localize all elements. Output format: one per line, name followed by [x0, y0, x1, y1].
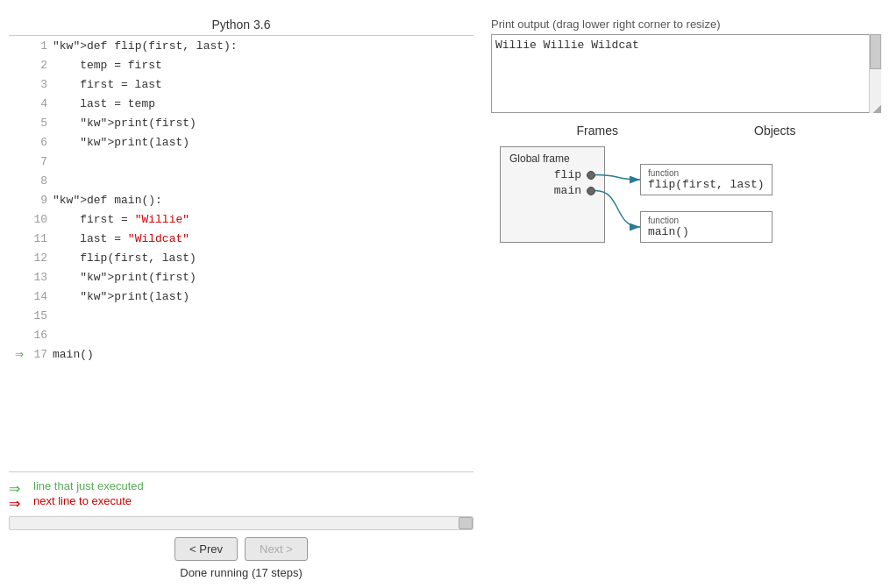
- code-line-17: ⇒17main(): [9, 344, 473, 364]
- print-output-label: Print output (drag lower right corner to…: [491, 18, 881, 31]
- code-line-14: 14 "kw">print(last): [9, 287, 473, 306]
- legend: line that just executed next line to exe…: [9, 479, 473, 509]
- code-line-15: 15: [9, 306, 473, 325]
- code-line-2: 2 temp = first: [9, 55, 473, 74]
- legend-green-label: line that just executed: [33, 479, 144, 492]
- object-main: function main(): [640, 211, 773, 243]
- button-row: < Prev Next >: [174, 537, 308, 561]
- visualization-wrapper: Global frame flip main function: [491, 146, 881, 260]
- line-num-16: 16: [28, 329, 53, 342]
- frames-objects-header: Frames Objects: [491, 124, 881, 138]
- code-line-7: 7: [9, 152, 473, 171]
- horizontal-scrollbar[interactable]: [9, 516, 473, 530]
- line-code-12: flip(first, last): [53, 251, 196, 265]
- main-label: main: [554, 184, 581, 197]
- line-num-8: 8: [28, 174, 53, 188]
- line-code-14: "kw">print(last): [53, 290, 189, 303]
- panel-title: Python 3.6: [9, 18, 473, 32]
- code-line-1: 1"kw">def flip(first, last):: [9, 36, 473, 55]
- line-code-4: last = temp: [53, 97, 155, 110]
- line-num-1: 1: [28, 39, 53, 53]
- frames-objects: Frames Objects Global frame flip main: [491, 124, 881, 260]
- flip-dot: [587, 171, 595, 180]
- code-area: 1"kw">def flip(first, last):2 temp = fir…: [9, 35, 473, 472]
- object-main-type: function: [648, 216, 765, 225]
- flip-label: flip: [554, 168, 581, 181]
- code-line-12: 12 flip(first, last): [9, 248, 473, 267]
- print-output-wrapper: Willie Willie Wildcat: [491, 34, 881, 113]
- line-code-13: "kw">print(first): [53, 271, 196, 284]
- objects-label: Objects: [754, 124, 795, 138]
- left-panel: Python 3.6 1"kw">def flip(first, last):2…: [0, 9, 482, 579]
- line-code-5: "kw">print(first): [53, 117, 196, 130]
- frame-row-flip: flip: [509, 168, 595, 181]
- code-line-10: 10 first = "Willie": [9, 209, 473, 229]
- object-flip-value: flip(first, last): [648, 178, 765, 191]
- line-code-6: "kw">print(last): [53, 136, 189, 149]
- object-flip: function flip(first, last): [640, 164, 773, 195]
- code-line-8: 8: [9, 171, 473, 190]
- objects-col: function flip(first, last) function main…: [640, 146, 773, 243]
- global-frame-title: Global frame: [509, 152, 595, 165]
- line-num-9: 9: [28, 194, 53, 207]
- frames-label: Frames: [577, 124, 618, 138]
- resize-handle[interactable]: [872, 104, 881, 113]
- code-line-16: 16: [9, 325, 473, 344]
- object-flip-type: function: [648, 168, 765, 178]
- line-num-6: 6: [28, 136, 53, 149]
- line-num-7: 7: [28, 155, 53, 168]
- code-line-13: 13 "kw">print(first): [9, 267, 473, 287]
- green-arrow-icon: [9, 480, 28, 492]
- line-num-3: 3: [28, 78, 53, 91]
- line-code-3: first = last: [53, 78, 162, 91]
- line-code-1: "kw">def flip(first, last):: [53, 39, 238, 53]
- line-arrow-17: ⇒: [11, 345, 28, 363]
- frame-row-main: main: [509, 184, 595, 197]
- scrollbar-thumb[interactable]: [459, 517, 473, 529]
- line-num-13: 13: [28, 271, 53, 284]
- visualization-area: Global frame flip main function: [491, 146, 881, 243]
- prev-button[interactable]: < Prev: [174, 537, 238, 561]
- red-arrow-icon: [9, 495, 28, 507]
- line-num-2: 2: [28, 59, 53, 72]
- global-frame-box: Global frame flip main: [500, 146, 605, 243]
- vertical-scrollbar[interactable]: [869, 34, 881, 113]
- line-num-14: 14: [28, 290, 53, 303]
- line-num-10: 10: [28, 213, 53, 226]
- legend-red-label: next line to execute: [33, 494, 132, 507]
- line-code-10: first = "Willie": [53, 213, 189, 226]
- line-code-9: "kw">def main():: [53, 194, 162, 207]
- line-num-12: 12: [28, 251, 53, 265]
- object-main-value: main(): [648, 225, 765, 238]
- line-code-11: last = "Wildcat": [53, 232, 189, 245]
- line-code-2: temp = first: [53, 59, 162, 72]
- code-line-4: 4 last = temp: [9, 94, 473, 113]
- next-button[interactable]: Next >: [245, 537, 308, 561]
- code-line-11: 11 last = "Wildcat": [9, 229, 473, 248]
- done-text: Done running (17 steps): [180, 566, 302, 579]
- line-num-11: 11: [28, 232, 53, 245]
- code-line-6: 6 "kw">print(last): [9, 132, 473, 152]
- right-panel: Print output (drag lower right corner to…: [482, 9, 890, 579]
- print-output-box: Willie Willie Wildcat: [491, 34, 881, 113]
- line-num-17: 17: [28, 348, 53, 361]
- legend-red: next line to execute: [9, 494, 473, 507]
- legend-green: line that just executed: [9, 479, 473, 492]
- line-num-5: 5: [28, 117, 53, 130]
- code-line-3: 3 first = last: [9, 74, 473, 94]
- vscrollbar-thumb[interactable]: [870, 34, 881, 69]
- code-line-9: 9"kw">def main():: [9, 190, 473, 209]
- main-dot: [587, 187, 595, 195]
- bottom-controls: < Prev Next > Done running (17 steps): [9, 537, 473, 579]
- code-line-5: 5 "kw">print(first): [9, 113, 473, 132]
- line-code-17: main(): [53, 348, 94, 361]
- line-num-4: 4: [28, 97, 53, 110]
- line-num-15: 15: [28, 309, 53, 322]
